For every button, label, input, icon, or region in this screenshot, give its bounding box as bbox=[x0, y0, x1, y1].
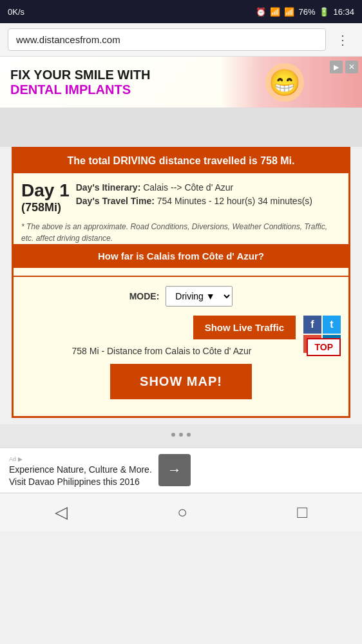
day-info: Day 1 (758Mi) bbox=[21, 181, 70, 214]
driving-distance-header: The total DRIVING distance travelled is … bbox=[68, 155, 295, 166]
ad-title-line2: DENTAL IMPLANTS bbox=[10, 82, 150, 97]
bottom-ad: Ad ▶ Experience Nature, Culture & More. … bbox=[0, 448, 362, 493]
itinerary-label: Day's Itinerary: bbox=[76, 182, 141, 193]
mode-label: MODE: bbox=[129, 291, 160, 301]
battery-percentage: 76% bbox=[298, 7, 315, 17]
recents-button[interactable]: □ bbox=[297, 502, 307, 522]
travel-time-line: Day's Travel Time: 754 Minutes - 12 hour… bbox=[76, 194, 341, 208]
status-bar: 0K/s ⏰ 📶 📶 76% 🔋 16:34 bbox=[0, 0, 362, 23]
ad-title-line1: FIX YOUR SMILE WITH bbox=[10, 67, 150, 82]
distance-text: 758 Mi - Distance from Calais to Côte d'… bbox=[21, 346, 302, 356]
facebook-icon[interactable]: f bbox=[303, 316, 321, 334]
main-card: The total DRIVING distance travelled is … bbox=[12, 147, 350, 418]
travel-time-label: Day's Travel Time: bbox=[76, 196, 155, 206]
traffic-row: Show Live Traffic bbox=[21, 316, 341, 339]
top-button[interactable]: TOP bbox=[307, 338, 341, 356]
speed-indicator: 0K/s bbox=[8, 7, 24, 17]
bottom-ad-arrow-button[interactable]: → bbox=[158, 454, 191, 486]
signal-icon: 📶 bbox=[284, 7, 294, 17]
traffic-social-container: Show Live Traffic f t G in bbox=[21, 316, 341, 339]
url-input[interactable] bbox=[8, 28, 326, 51]
mode-row: MODE: Driving ▼ Walking Cycling Transit bbox=[21, 286, 341, 307]
browser-menu-button[interactable]: ⋮ bbox=[331, 30, 354, 50]
nav-bar: ◁ ○ □ bbox=[0, 493, 362, 531]
mode-select[interactable]: Driving ▼ Walking Cycling Transit bbox=[166, 286, 233, 307]
browser-bar: ⋮ bbox=[0, 23, 362, 57]
back-button[interactable]: ◁ bbox=[55, 502, 68, 522]
hamburger-icon bbox=[168, 430, 194, 440]
card-body: Day 1 (758Mi) Day's Itinerary: Calais --… bbox=[14, 173, 348, 276]
ad-smile bbox=[265, 63, 304, 102]
battery-icon: 🔋 bbox=[319, 7, 329, 17]
home-button[interactable]: ○ bbox=[177, 502, 187, 522]
clock-icon: ⏰ bbox=[256, 7, 266, 17]
gray-spacer bbox=[0, 108, 362, 147]
itinerary-details: Day's Itinerary: Calais --> Côte d' Azur… bbox=[76, 181, 341, 208]
disclaimer-text: * The above is an approximate. Road Cond… bbox=[21, 221, 341, 244]
itinerary-line: Day's Itinerary: Calais --> Côte d' Azur bbox=[76, 181, 341, 194]
itinerary-route: Calais --> Côte d' Azur bbox=[143, 182, 233, 193]
show-map-button[interactable]: SHOW MAP! bbox=[110, 364, 252, 399]
twitter-icon[interactable]: t bbox=[323, 316, 341, 334]
svg-point-0 bbox=[171, 433, 175, 437]
ad-text: FIX YOUR SMILE WITH DENTAL IMPLANTS bbox=[0, 59, 160, 105]
show-traffic-button[interactable]: Show Live Traffic bbox=[193, 316, 296, 339]
card-header: The total DRIVING distance travelled is … bbox=[14, 149, 348, 173]
ad-close-button[interactable]: ✕ bbox=[345, 61, 358, 73]
ad-banner: FIX YOUR SMILE WITH DENTAL IMPLANTS ▶ ✕ bbox=[0, 57, 362, 108]
menu-dots bbox=[0, 424, 362, 448]
ad-info-container: Ad ▶ Experience Nature, Culture & More. … bbox=[9, 452, 152, 489]
ad-adv-label[interactable]: ▶ bbox=[330, 61, 343, 73]
bottom-ad-line1: Experience Nature, Culture & More. bbox=[9, 464, 152, 477]
section-title: How far is Calais from Côte d' Azur? bbox=[14, 244, 348, 268]
travel-time-value: 754 Minutes - 12 hour(s) 34 minutes(s) bbox=[157, 196, 312, 206]
bottom-ad-line2: Visit Davao Philippines this 2016 bbox=[9, 476, 152, 489]
svg-point-2 bbox=[187, 433, 191, 437]
distance-row: 758 Mi - Distance from Calais to Côte d'… bbox=[21, 346, 341, 356]
day-label: Day 1 bbox=[21, 181, 70, 201]
itinerary-row: Day 1 (758Mi) Day's Itinerary: Calais --… bbox=[21, 181, 341, 214]
bottom-ad-text: Experience Nature, Culture & More. Visit… bbox=[9, 464, 152, 489]
bottom-ad-label: Ad ▶ bbox=[9, 456, 23, 462]
clock-time: 16:34 bbox=[333, 7, 354, 17]
svg-point-1 bbox=[179, 433, 183, 437]
day-distance: (758Mi) bbox=[21, 201, 70, 214]
map-section: MODE: Driving ▼ Walking Cycling Transit … bbox=[14, 276, 348, 416]
wifi-icon: 📶 bbox=[270, 7, 280, 17]
